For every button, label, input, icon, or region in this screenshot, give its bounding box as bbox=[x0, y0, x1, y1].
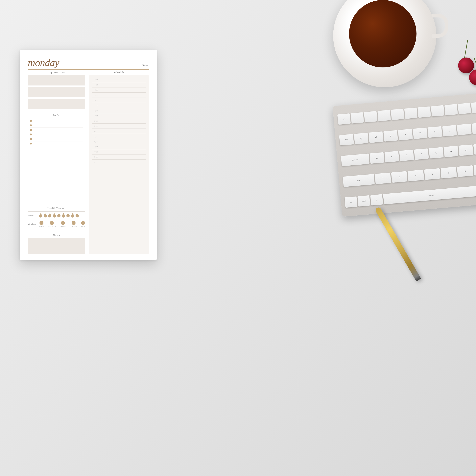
todo-item-3 bbox=[30, 129, 83, 132]
time-line-6pm bbox=[100, 141, 146, 142]
left-column: Top Priorities To Do bbox=[28, 71, 85, 254]
time-8pm: 8pm bbox=[92, 151, 98, 153]
water-drops bbox=[39, 213, 79, 218]
time-line-4pm bbox=[100, 131, 146, 131]
cardio-circle bbox=[61, 221, 65, 225]
time-slot-10am: 10am bbox=[92, 98, 146, 103]
time-slot-4pm: 4pm bbox=[92, 129, 146, 134]
todo-section: To Do bbox=[28, 114, 85, 204]
cardio-label: CARDIO bbox=[60, 225, 67, 227]
todo-item-1 bbox=[30, 120, 83, 123]
time-slot-9pm: 9pm bbox=[92, 154, 146, 160]
todo-bullet-4 bbox=[30, 134, 32, 136]
time-7pm: 7pm bbox=[92, 146, 98, 148]
time-10pm: 10pm bbox=[92, 161, 98, 163]
health-tracker-title: Health Tracker bbox=[28, 207, 85, 210]
stretch-label: STRECH bbox=[70, 225, 77, 227]
priority-box-1 bbox=[28, 75, 85, 85]
time-line-7am bbox=[100, 85, 146, 85]
date-label: Date: bbox=[142, 64, 149, 68]
time-3pm: 3pm bbox=[92, 125, 98, 127]
time-slot-5pm: 5pm bbox=[92, 134, 146, 139]
water-tracker-row: Water bbox=[28, 211, 85, 218]
tea-liquid bbox=[349, 0, 416, 68]
priorities-title: Top Priorities bbox=[28, 71, 85, 74]
water-drop-6 bbox=[62, 213, 65, 218]
notes-box bbox=[28, 238, 85, 254]
time-slot-11am: 11am bbox=[92, 103, 146, 108]
todo-item-5 bbox=[30, 138, 83, 141]
time-12pm: 12pm bbox=[92, 109, 98, 112]
time-7am: 7am bbox=[92, 84, 98, 86]
todo-bullet-2 bbox=[30, 124, 32, 126]
health-tracker-section: Health Tracker Water bbox=[28, 207, 85, 229]
workout-weights: WEIGHTS bbox=[48, 221, 56, 227]
water-drop-2 bbox=[43, 213, 47, 218]
time-line-5pm bbox=[100, 136, 146, 136]
todo-bullet-3 bbox=[30, 129, 32, 131]
time-slot-12pm: 12pm bbox=[92, 108, 146, 113]
water-drop-7 bbox=[66, 213, 70, 218]
water-drop-1 bbox=[39, 213, 42, 218]
rest-circle bbox=[81, 221, 85, 225]
todo-container bbox=[28, 118, 85, 146]
water-drop-3 bbox=[48, 213, 51, 218]
priority-box-2 bbox=[28, 87, 85, 97]
time-9pm: 9pm bbox=[92, 156, 98, 158]
time-5pm: 5pm bbox=[92, 135, 98, 137]
workout-rest: REST bbox=[81, 221, 85, 227]
workout-icons: YOGA WEIGHTS CARDIO STRECH bbox=[39, 221, 85, 227]
weights-label: WEIGHTS bbox=[48, 225, 56, 227]
cherry-1 bbox=[458, 57, 474, 73]
rest-label: REST bbox=[81, 225, 85, 227]
todo-line-5 bbox=[34, 139, 83, 139]
planner-page: monday Date: Top Priorities To Do bbox=[20, 50, 157, 260]
todo-item-4 bbox=[30, 134, 83, 137]
schedule-title: Schedule bbox=[89, 71, 149, 74]
priority-box-3 bbox=[28, 99, 85, 109]
time-6am: 6am bbox=[92, 79, 98, 81]
time-6pm: 6pm bbox=[92, 140, 98, 143]
water-drop-5 bbox=[57, 213, 61, 218]
workout-label: Workout bbox=[28, 223, 37, 226]
time-slot-7am: 7am bbox=[92, 82, 146, 87]
time-line-2pm bbox=[100, 121, 146, 121]
todo-line-6 bbox=[34, 144, 83, 144]
time-slot-6pm: 6pm bbox=[92, 139, 146, 144]
todo-line-3 bbox=[34, 130, 83, 130]
workout-cardio: CARDIO bbox=[60, 221, 67, 227]
notes-section: Notes bbox=[28, 234, 85, 254]
time-10am: 10am bbox=[92, 99, 98, 101]
time-slot-8pm: 8pm bbox=[92, 149, 146, 154]
time-2pm: 2pm bbox=[92, 120, 98, 122]
keyboard-body: esc tab QWE RTY UIO caps lock ASD FGH JK… bbox=[333, 93, 476, 217]
water-drop-4 bbox=[52, 213, 56, 218]
todo-bullet-6 bbox=[30, 143, 32, 145]
water-label: Water bbox=[28, 214, 37, 217]
time-line-11am bbox=[100, 105, 146, 105]
workout-yoga: YOGA bbox=[39, 221, 44, 227]
todo-line-1 bbox=[34, 121, 83, 121]
time-line-1pm bbox=[100, 116, 146, 116]
planner-body: Top Priorities To Do bbox=[28, 71, 149, 254]
time-slot-1pm: 1pm bbox=[92, 113, 146, 119]
time-slot-3pm: 3pm bbox=[92, 124, 146, 129]
planner-header: monday Date: bbox=[28, 57, 149, 70]
todo-title: To Do bbox=[28, 114, 85, 117]
workout-stretch: STRECH bbox=[70, 221, 77, 227]
right-column: Schedule 6am 7am 8am 9am bbox=[89, 71, 149, 254]
time-line-6am bbox=[100, 80, 146, 80]
todo-bullet-5 bbox=[30, 138, 32, 140]
stretch-circle bbox=[72, 221, 76, 225]
time-9am: 9am bbox=[92, 94, 98, 96]
time-slot-6am: 6am bbox=[92, 77, 146, 82]
time-slot-9am: 9am bbox=[92, 93, 146, 98]
time-4pm: 4pm bbox=[92, 130, 98, 132]
weights-circle bbox=[50, 221, 54, 225]
todo-bullet-1 bbox=[30, 120, 32, 122]
tea-handle bbox=[432, 14, 448, 38]
todo-line-4 bbox=[34, 135, 83, 135]
time-slot-10pm: 10pm bbox=[92, 160, 146, 165]
todo-item-6 bbox=[30, 143, 83, 145]
time-8am: 8am bbox=[92, 89, 98, 91]
